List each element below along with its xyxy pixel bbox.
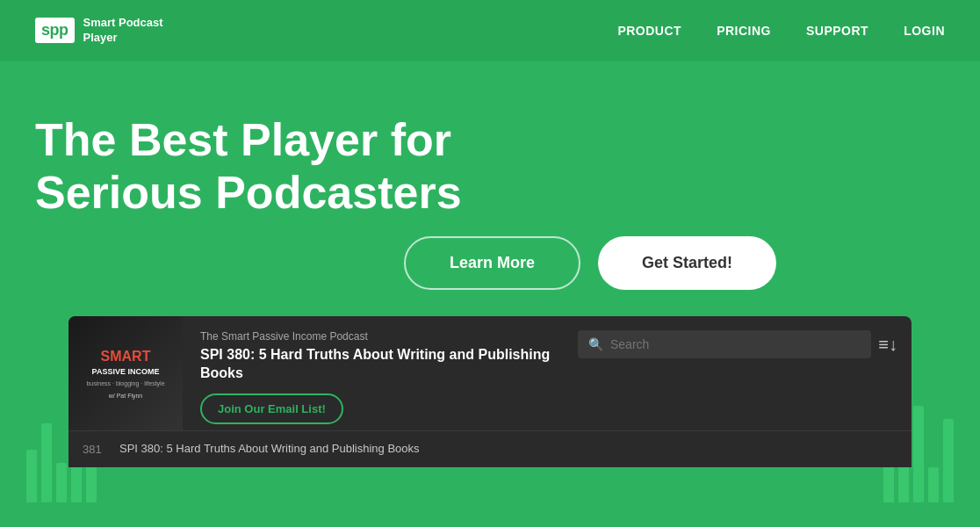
email-cta-button[interactable]: Join Our Email List! bbox=[200, 393, 343, 424]
podcast-name: The Smart Passive Income Podcast bbox=[200, 330, 560, 343]
player-info: The Smart Passive Income Podcast SPI 380… bbox=[183, 316, 578, 430]
bar bbox=[928, 467, 939, 502]
player-search-area: 🔍 ≡↓ bbox=[578, 316, 912, 430]
episode-list-item[interactable]: 381 SPI 380: 5 Hard Truths About Writing… bbox=[68, 430, 912, 467]
artwork-inner: SMART PASSIVE INCOME business · blogging… bbox=[68, 316, 183, 430]
search-icon: 🔍 bbox=[588, 337, 603, 351]
hero-title: The Best Player for Serious Podcasters bbox=[35, 114, 518, 220]
learn-more-button[interactable]: Learn More bbox=[404, 236, 580, 290]
search-input-wrap: 🔍 bbox=[578, 330, 871, 358]
nav-links: PRODUCT PRICING SUPPORT LOGIN bbox=[617, 24, 945, 38]
artwork-subtitle: business · blogging · lifestyle bbox=[86, 379, 164, 387]
logo-badge: spp bbox=[35, 18, 75, 43]
search-row: 🔍 ≡↓ bbox=[578, 330, 897, 358]
nav-support[interactable]: SUPPORT bbox=[806, 24, 868, 38]
search-input[interactable] bbox=[610, 337, 861, 351]
episode-list-title: SPI 380: 5 Hard Truths About Writing and… bbox=[119, 442, 420, 457]
episode-number: 381 bbox=[83, 443, 109, 456]
navbar: spp Smart Podcast Player PRODUCT PRICING… bbox=[0, 0, 980, 61]
get-started-button[interactable]: Get Started! bbox=[598, 236, 776, 290]
hero-buttons: Learn More Get Started! bbox=[404, 236, 945, 290]
artwork-title: SMART PASSIVE INCOME bbox=[92, 348, 160, 376]
player-widget: SMART PASSIVE INCOME business · blogging… bbox=[68, 316, 912, 467]
nav-product[interactable]: PRODUCT bbox=[617, 24, 681, 38]
podcast-artwork: SMART PASSIVE INCOME business · blogging… bbox=[68, 316, 183, 430]
hero-section: The Best Player for Serious Podcasters L… bbox=[0, 61, 980, 502]
player-top-row: SMART PASSIVE INCOME business · blogging… bbox=[68, 316, 912, 430]
logo: spp Smart Podcast Player bbox=[35, 16, 163, 46]
bar bbox=[56, 463, 67, 502]
sort-icon[interactable]: ≡↓ bbox=[878, 335, 897, 355]
logo-text: Smart Podcast Player bbox=[83, 16, 163, 46]
artwork-host: w/ Pat Flynn bbox=[109, 393, 143, 399]
nav-login[interactable]: LOGIN bbox=[904, 24, 945, 38]
episode-title: SPI 380: 5 Hard Truths About Writing and… bbox=[200, 346, 560, 383]
nav-pricing[interactable]: PRICING bbox=[717, 24, 771, 38]
